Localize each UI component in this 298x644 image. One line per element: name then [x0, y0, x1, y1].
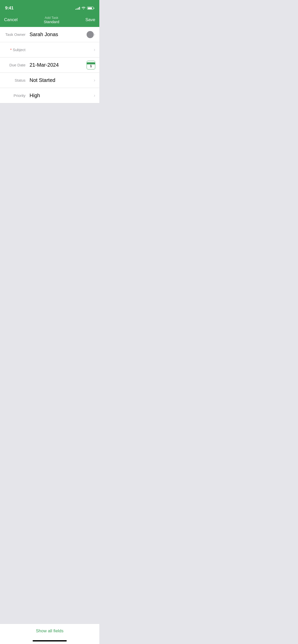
chevron-right-icon: › — [94, 78, 95, 83]
status-icons — [75, 6, 94, 10]
chevron-right-icon: › — [94, 93, 95, 98]
due-date-label: Due Date — [4, 63, 30, 68]
task-owner-value-row: Sarah Jonas — [30, 31, 94, 38]
empty-area — [0, 103, 99, 205]
chevron-right-icon: › — [94, 47, 95, 52]
priority-value: High — [30, 93, 94, 98]
status-row[interactable]: Status Not Started › — [0, 73, 99, 88]
status-time: 9:41 — [5, 6, 13, 11]
nav-title: Add Task Standard — [18, 16, 85, 24]
due-date-value: 21-Mar-2024 — [30, 62, 85, 68]
calendar-number: 1 — [90, 64, 92, 68]
avatar — [87, 31, 94, 38]
priority-label: Priority — [4, 93, 30, 98]
subject-label: Subject — [4, 47, 30, 52]
subject-row[interactable]: Subject › — [0, 42, 99, 57]
status-value: Not Started — [30, 77, 94, 83]
chevron-right-icon: › — [94, 32, 95, 37]
form-container: Task Owner Sarah Jonas › Subject › Due D… — [0, 27, 99, 103]
wifi-icon — [82, 6, 86, 10]
nav-title-main: Add Task — [18, 16, 85, 20]
nav-title-sub: Standard — [18, 20, 85, 24]
calendar-icon[interactable]: 1 — [87, 61, 95, 69]
task-owner-label: Task Owner — [4, 32, 30, 37]
navigation-bar: Cancel Add Task Standard Save — [0, 13, 99, 27]
priority-row[interactable]: Priority High › — [0, 88, 99, 103]
due-date-row[interactable]: Due Date 21-Mar-2024 1 — [0, 57, 99, 73]
battery-icon — [87, 7, 94, 10]
signal-icon — [75, 7, 80, 10]
task-owner-row[interactable]: Task Owner Sarah Jonas › — [0, 27, 99, 42]
save-button[interactable]: Save — [85, 15, 95, 24]
status-label: Status — [4, 78, 30, 83]
status-bar: 9:41 — [0, 0, 99, 13]
cancel-button[interactable]: Cancel — [4, 15, 18, 24]
task-owner-value: Sarah Jonas — [30, 32, 87, 37]
